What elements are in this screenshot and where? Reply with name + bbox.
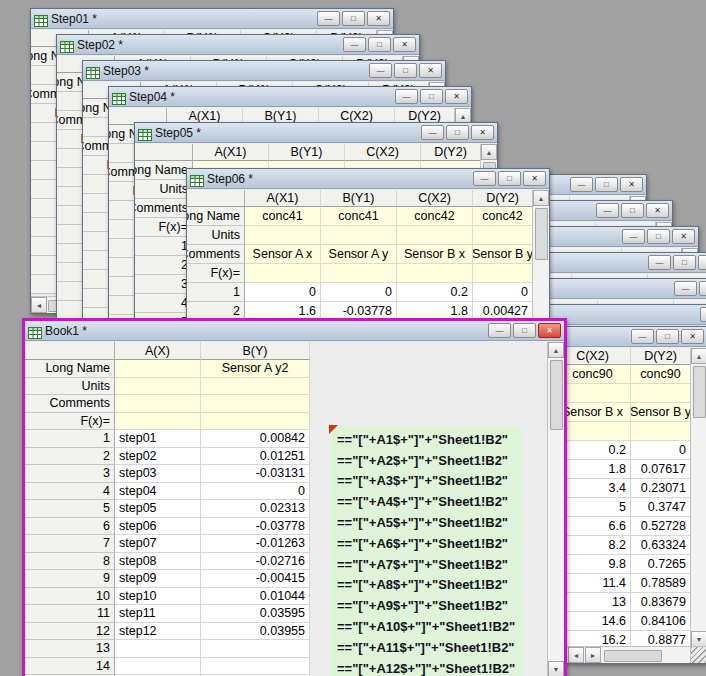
row-number[interactable]: 13 — [25, 640, 115, 658]
header-cell[interactable] — [201, 413, 310, 431]
row-number[interactable]: 11 — [25, 605, 115, 623]
maximize-button[interactable]: □ — [699, 281, 706, 296]
maximize-button[interactable]: □ — [513, 323, 536, 338]
row-number[interactable]: 1 — [135, 237, 193, 256]
minimize-button[interactable]: — — [648, 255, 671, 270]
scroll-right-button[interactable]: ► — [585, 647, 601, 663]
row-number[interactable]: 1 — [25, 430, 115, 448]
column-header[interactable]: C(X2) — [397, 190, 473, 207]
maximize-button[interactable]: □ — [595, 177, 618, 192]
cell[interactable]: 0.01251 — [201, 448, 310, 466]
row-label[interactable]: Comments — [25, 395, 115, 413]
header-cell[interactable]: conc41 — [245, 207, 321, 226]
cell[interactable]: -0.01263 — [201, 535, 310, 553]
maximize-button[interactable]: □ — [498, 171, 521, 186]
close-button[interactable]: ✕ — [367, 11, 390, 26]
header-cell[interactable]: Sensor B x — [397, 245, 473, 264]
scroll-up-button[interactable]: ▲ — [533, 190, 549, 206]
close-button[interactable]: ✕ — [393, 37, 416, 52]
cell[interactable]: 0 — [245, 283, 321, 302]
step02-titlebar[interactable]: Step02 *—□✕ — [57, 35, 419, 55]
cell[interactable] — [201, 658, 310, 676]
minimize-button[interactable]: — — [369, 63, 392, 78]
cell[interactable]: 0.83679 — [631, 593, 691, 612]
row-number[interactable]: 3 — [135, 275, 193, 294]
cell[interactable]: step05 — [115, 500, 201, 518]
vertical-scrollbar[interactable]: ▲▼ — [547, 342, 564, 676]
cell[interactable]: 0.07617 — [631, 460, 691, 479]
cell[interactable]: 0 — [631, 441, 691, 460]
cell[interactable]: 0.23071 — [631, 479, 691, 498]
column-header[interactable]: D(Y2) — [473, 190, 533, 207]
cell[interactable]: 0.7265 — [631, 555, 691, 574]
minimize-button[interactable]: — — [700, 307, 706, 322]
scroll-up-button[interactable]: ▲ — [548, 342, 564, 358]
scrollbar-thumb[interactable] — [604, 650, 662, 662]
header-cell[interactable] — [201, 395, 310, 413]
header-cell[interactable] — [321, 226, 397, 245]
maximize-button[interactable]: □ — [394, 63, 417, 78]
cell[interactable]: 0.03595 — [201, 605, 310, 623]
column-header[interactable]: B(Y1) — [269, 144, 345, 161]
close-button[interactable]: ✕ — [445, 89, 468, 104]
row-label[interactable]: F(x)= — [135, 218, 193, 237]
header-cell[interactable] — [201, 378, 310, 396]
scroll-down-button[interactable]: ▼ — [691, 631, 706, 647]
cell[interactable]: 0.01044 — [201, 588, 310, 606]
cell[interactable]: 0.63324 — [631, 536, 691, 555]
minimize-button[interactable]: — — [631, 329, 654, 344]
cell[interactable]: step04 — [115, 483, 201, 501]
maximize-button[interactable]: □ — [621, 203, 644, 218]
column-header[interactable]: D(Y2) — [421, 144, 481, 161]
cell[interactable]: 0.3747 — [631, 498, 691, 517]
header-cell[interactable] — [473, 226, 533, 245]
corner-cell[interactable] — [135, 144, 193, 161]
column-header[interactable]: D(Y2) — [631, 348, 691, 365]
cell[interactable]: 0 — [201, 483, 310, 501]
step03-titlebar[interactable]: Step03 *—□✕ — [83, 61, 445, 81]
row-number[interactable]: 8 — [25, 553, 115, 571]
scroll-down-button[interactable]: ▼ — [548, 661, 564, 676]
scrollbar-thumb[interactable] — [550, 360, 563, 430]
cell[interactable]: 0.03955 — [201, 623, 310, 641]
column-header[interactable]: A(X1) — [193, 144, 269, 161]
cell[interactable] — [115, 658, 201, 676]
row-number[interactable]: 10 — [25, 588, 115, 606]
header-cell[interactable] — [473, 264, 533, 283]
step04-titlebar[interactable]: Step04 *—□✕ — [109, 87, 471, 107]
header-cell[interactable] — [115, 413, 201, 431]
scroll-up-button[interactable]: ▲ — [691, 348, 706, 364]
minimize-button[interactable]: — — [570, 177, 593, 192]
minimize-button[interactable]: — — [317, 11, 340, 26]
row-number[interactable]: 12 — [25, 623, 115, 641]
cell[interactable]: step12 — [115, 623, 201, 641]
row-number[interactable]: 14 — [25, 658, 115, 676]
vertical-scrollbar[interactable]: ▲▼ — [690, 348, 706, 647]
header-cell[interactable] — [397, 226, 473, 245]
row-label[interactable]: Long Name — [187, 207, 245, 226]
header-cell[interactable] — [245, 264, 321, 283]
close-button[interactable]: ✕ — [646, 203, 669, 218]
row-number[interactable]: 1 — [187, 283, 245, 302]
corner-cell[interactable] — [25, 342, 115, 360]
cell[interactable]: 0.84106 — [631, 612, 691, 631]
maximize-button[interactable]: □ — [420, 89, 443, 104]
header-cell[interactable] — [115, 395, 201, 413]
cell[interactable]: step11 — [115, 605, 201, 623]
cell[interactable]: step08 — [115, 553, 201, 571]
cell[interactable]: 0.78589 — [631, 574, 691, 593]
row-label[interactable]: Units — [135, 180, 193, 199]
header-cell[interactable] — [115, 378, 201, 396]
row-label[interactable]: Units — [25, 378, 115, 396]
maximize-button[interactable]: □ — [673, 255, 696, 270]
row-number[interactable]: 5 — [25, 500, 115, 518]
scroll-left-button[interactable]: ◄ — [31, 297, 47, 313]
maximize-button[interactable]: □ — [647, 229, 670, 244]
header-cell[interactable] — [245, 226, 321, 245]
cell[interactable]: step03 — [115, 465, 201, 483]
close-button[interactable]: ✕ — [471, 125, 494, 140]
column-header[interactable]: B(Y) — [201, 342, 310, 360]
row-label[interactable]: Long Name — [135, 161, 193, 180]
minimize-button[interactable]: — — [596, 203, 619, 218]
cell[interactable] — [115, 640, 201, 658]
